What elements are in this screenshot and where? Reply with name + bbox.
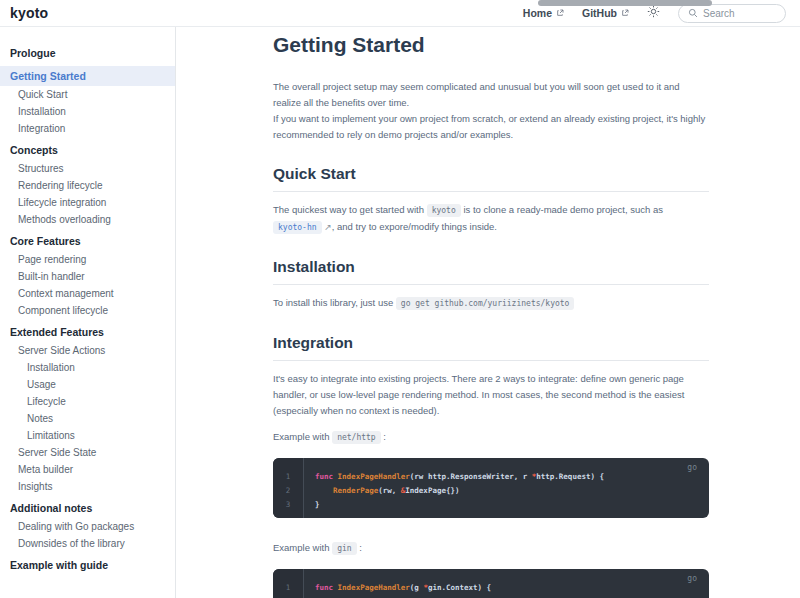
nav-link-github-label: GitHub (582, 7, 617, 19)
header-nav: Home GitHub (523, 4, 786, 23)
sidebar-item-concepts[interactable]: Concepts (0, 140, 175, 160)
line-number: 2 (273, 484, 303, 498)
code-line: 1func IndexPageHandler(g *gin.Context) { (273, 581, 709, 595)
sidebar-item-limitations[interactable]: Limitations (0, 427, 175, 444)
sidebar-item-meta-builder[interactable]: Meta builder (0, 461, 175, 478)
sidebar-item-prologue[interactable]: Prologue (0, 43, 175, 63)
code-token: IndexPage{}) (405, 486, 459, 495)
paragraph: It's easy to integrate into existing pro… (273, 371, 709, 419)
sidebar-item-notes[interactable]: Notes (0, 410, 175, 427)
code-token: IndexPageHandler (338, 472, 410, 481)
line-number: 3 (273, 498, 303, 512)
code-line: 3} (273, 498, 709, 512)
inline-code: net/http (332, 431, 381, 444)
section-heading-installation: Installation (273, 258, 709, 285)
nav-link-github[interactable]: GitHub (582, 7, 629, 19)
search-icon (688, 4, 698, 22)
section-heading-quick-start: Quick Start (273, 165, 709, 192)
sidebar-item-lifecycle-integration[interactable]: Lifecycle integration (0, 194, 175, 211)
code-token: func (315, 583, 338, 592)
line-number: 1 (273, 470, 303, 484)
sidebar-item-integration[interactable]: Integration (0, 120, 175, 137)
paragraph: Example with net/http : (273, 429, 709, 446)
theme-toggle-button[interactable] (647, 4, 660, 22)
code-token: RenderPage (333, 486, 378, 495)
sidebar-item-server-side-actions[interactable]: Server Side Actions (0, 342, 175, 359)
search-input[interactable] (703, 8, 779, 19)
code-line: 2 RenderPage(rw, &IndexPage{}) (273, 484, 709, 498)
code-token: (g (410, 583, 424, 592)
sidebar-item-lifecycle[interactable]: Lifecycle (0, 393, 175, 410)
code-token: (rw http.ResponseWriter, r (410, 472, 532, 481)
external-link-icon (621, 9, 629, 17)
sidebar-item-rendering-lifecycle[interactable]: Rendering lifecycle (0, 177, 175, 194)
sidebar-item-usage[interactable]: Usage (0, 376, 175, 393)
code-block: go1func IndexPageHandler(rw http.Respons… (273, 458, 709, 518)
code-text: func IndexPageHandler(g *gin.Context) { (303, 581, 491, 595)
code-token: http.Request) { (536, 472, 604, 481)
paragraph: To install this library, just use go get… (273, 295, 709, 312)
sidebar-item-dealing-with-go-packages[interactable]: Dealing with Go packages (0, 518, 175, 535)
search-box[interactable] (678, 4, 786, 23)
sidebar-item-context-management[interactable]: Context management (0, 285, 175, 302)
sidebar-item-getting-started[interactable]: Getting Started (0, 66, 175, 86)
content: Getting StartedThe overall project setup… (273, 33, 709, 598)
sidebar-item-additional-notes[interactable]: Additional notes (0, 498, 175, 518)
code-token: func (315, 472, 338, 481)
page-title: Getting Started (273, 33, 709, 57)
section-heading-integration: Integration (273, 334, 709, 361)
sidebar-item-extended-features[interactable]: Extended Features (0, 322, 175, 342)
code-token: (rw, (378, 486, 401, 495)
sidebar-item-component-lifecycle[interactable]: Component lifecycle (0, 302, 175, 319)
code-token: } (315, 500, 320, 509)
code-text: } (303, 498, 320, 512)
code-block: go1func IndexPageHandler(g *gin.Context)… (273, 569, 709, 598)
sidebar-item-built-in-handler[interactable]: Built-in handler (0, 268, 175, 285)
code-text: RenderPage(rw, &IndexPage{}) (303, 484, 460, 498)
line-number: 1 (273, 581, 303, 595)
sidebar-item-example-with-guide[interactable]: Example with guide (0, 555, 175, 575)
sun-icon (647, 4, 660, 22)
code-token: IndexPageHandler (338, 583, 410, 592)
page-body: PrologueGetting StartedQuick StartInstal… (0, 27, 800, 598)
sidebar-item-downsides-of-the-library[interactable]: Downsides of the library (0, 535, 175, 552)
inline-code-link[interactable]: kyoto-hn (273, 221, 322, 234)
paragraph: The quickest way to get started with kyo… (273, 202, 709, 236)
external-link-icon[interactable]: ↗ (324, 222, 332, 232)
sidebar-item-quick-start[interactable]: Quick Start (0, 86, 175, 103)
sidebar-item-core-features[interactable]: Core Features (0, 231, 175, 251)
inline-code: gin (332, 542, 356, 555)
top-scrollbar-pill (538, 0, 712, 6)
nav-link-home[interactable]: Home (523, 7, 564, 19)
paragraph: Example with gin : (273, 540, 709, 557)
inline-code: kyoto (427, 204, 461, 217)
sidebar-item-methods-overloading[interactable]: Methods overloading (0, 211, 175, 228)
sidebar-item-installation[interactable]: Installation (0, 103, 175, 120)
code-token: gin.Context) { (428, 583, 491, 592)
external-link-icon (556, 9, 564, 17)
nav-link-home-label: Home (523, 7, 552, 19)
main-content: Getting StartedThe overall project setup… (176, 27, 800, 598)
sidebar-item-structures[interactable]: Structures (0, 160, 175, 177)
code-token (315, 486, 333, 495)
code-line: 1func IndexPageHandler(rw http.ResponseW… (273, 470, 709, 484)
paragraph: The overall project setup may seem compl… (273, 79, 709, 143)
inline-code: go get github.com/yuriizinets/kyoto (396, 297, 575, 310)
code-text: func IndexPageHandler(rw http.ResponseWr… (303, 470, 604, 484)
app-logo[interactable]: kyoto (10, 5, 48, 21)
sidebar-item-installation[interactable]: Installation (0, 359, 175, 376)
sidebar-item-page-rendering[interactable]: Page rendering (0, 251, 175, 268)
sidebar-item-server-side-state[interactable]: Server Side State (0, 444, 175, 461)
sidebar: PrologueGetting StartedQuick StartInstal… (0, 27, 176, 598)
sidebar-item-insights[interactable]: Insights (0, 478, 175, 495)
